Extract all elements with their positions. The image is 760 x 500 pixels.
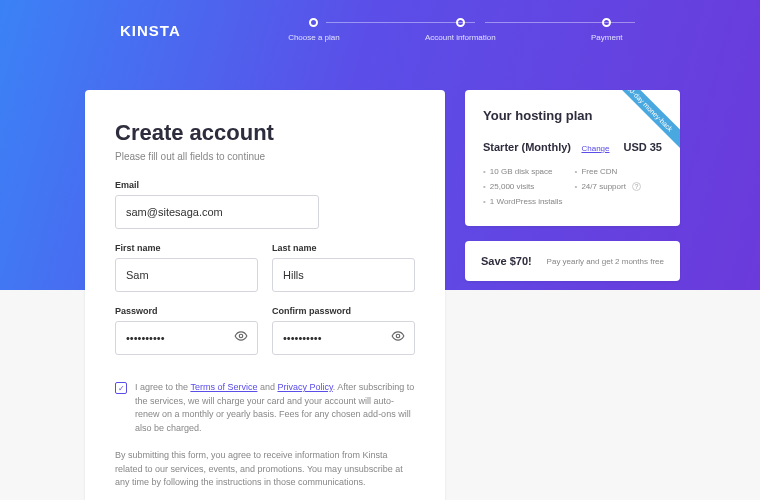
- plan-price: USD 35: [623, 141, 662, 153]
- eye-icon[interactable]: [234, 329, 248, 347]
- save-text: Pay yearly and get 2 months free: [547, 257, 664, 266]
- agree-checkbox[interactable]: ✓: [115, 382, 127, 394]
- password-label: Password: [115, 306, 258, 316]
- legal-text: I agree to the: [135, 382, 190, 392]
- step-label: Payment: [591, 33, 623, 42]
- save-offer-card[interactable]: Save $70! Pay yearly and get 2 months fr…: [465, 241, 680, 281]
- svg-point-1: [396, 334, 400, 338]
- hosting-plan-card: 30-day money-back Your hosting plan Star…: [465, 90, 680, 226]
- firstname-field[interactable]: [115, 258, 258, 292]
- lastname-field[interactable]: [272, 258, 415, 292]
- terms-text: I agree to the Terms of Service and Priv…: [135, 381, 415, 435]
- page-title: Create account: [115, 120, 415, 146]
- progress-steps: Choose a plan Account information Paymen…: [241, 18, 720, 42]
- legal-text: and: [257, 382, 277, 392]
- disclaimer-text: By submitting this form, you agree to re…: [115, 449, 415, 490]
- eye-icon[interactable]: [391, 329, 405, 347]
- firstname-label: First name: [115, 243, 258, 253]
- terms-link[interactable]: Terms of Service: [190, 382, 257, 392]
- change-plan-link[interactable]: Change: [581, 144, 609, 153]
- step-label: Choose a plan: [288, 33, 340, 42]
- step-connector: [485, 22, 635, 23]
- step-dot-icon: [456, 18, 465, 27]
- plan-feature: 10 GB disk space: [483, 167, 563, 176]
- privacy-link[interactable]: Privacy Policy: [277, 382, 332, 392]
- email-field[interactable]: [115, 195, 319, 229]
- plan-feature: 25,000 visits: [483, 182, 563, 191]
- info-icon[interactable]: ?: [632, 182, 641, 191]
- page-subtitle: Please fill out all fields to continue: [115, 151, 415, 162]
- plan-feature: Free CDN: [575, 167, 641, 176]
- step-dot-icon: [309, 18, 318, 27]
- plan-feature: 24/7 support?: [575, 182, 641, 191]
- plan-section-title: Your hosting plan: [483, 108, 662, 123]
- plan-name: Starter (Monthly): [483, 141, 571, 153]
- step-connector: [326, 22, 476, 23]
- email-label: Email: [115, 180, 319, 190]
- lastname-label: Last name: [272, 243, 415, 253]
- svg-point-0: [239, 334, 243, 338]
- save-title: Save $70!: [481, 255, 532, 267]
- create-account-card: Create account Please fill out all field…: [85, 90, 445, 500]
- brand-logo: KINSTA: [120, 22, 181, 39]
- confirm-password-label: Confirm password: [272, 306, 415, 316]
- step-label: Account information: [425, 33, 496, 42]
- feature-text: 24/7 support: [581, 182, 625, 191]
- step-dot-icon: [602, 18, 611, 27]
- plan-feature: 1 WordPress installs: [483, 197, 563, 206]
